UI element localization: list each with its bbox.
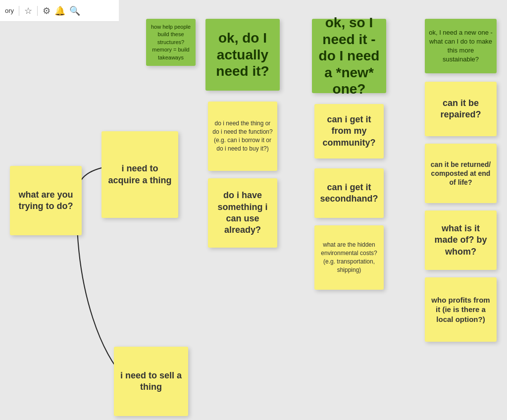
bell-icon[interactable]: 🔔 [54, 5, 65, 16]
note-made-of[interactable]: what is it made of? by whom? [425, 210, 497, 270]
note-new-sustainable[interactable]: ok, I need a new one - what can I do to … [425, 19, 497, 73]
note-do-actually-need[interactable]: ok, do I actually need it? [205, 19, 280, 91]
note-secondhand[interactable]: can i get it secondhand? [314, 168, 384, 218]
nav-separator2 [37, 6, 38, 16]
note-community[interactable]: can i get it from my community? [314, 104, 384, 158]
search-icon[interactable]: 🔍 [69, 5, 80, 16]
note-thing-or-function[interactable]: do i need the thing or do i need the fun… [208, 102, 277, 171]
note-who-profits[interactable]: who profits from it (ie is there a local… [425, 277, 497, 342]
gear-icon[interactable]: ⚙ [43, 5, 51, 16]
note-acquire[interactable]: i need to acquire a thing [101, 131, 178, 218]
note-what-trying[interactable]: what are you trying to do? [10, 166, 82, 235]
note-need-new[interactable]: ok, so I need it - do I need a *new* one… [312, 19, 386, 93]
canvas: ory ☆ ⚙ 🔔 🔍 what are you trying to do? i… [0, 0, 507, 420]
nav-separator [19, 6, 19, 16]
note-returned-composted[interactable]: can it be returned/ composted at end of … [425, 144, 497, 203]
note-hidden-env[interactable]: what are the hidden environmental costs?… [314, 225, 384, 290]
note-repaired[interactable]: can it be repaired? [425, 82, 497, 136]
star-icon[interactable]: ☆ [24, 5, 32, 16]
nav-title: ory [5, 7, 14, 14]
note-sell[interactable]: i need to sell a thing [114, 347, 188, 416]
note-how-help[interactable]: how help people build these structures? … [146, 19, 196, 66]
nav-bar: ory ☆ ⚙ 🔔 🔍 [0, 0, 119, 22]
note-have-something[interactable]: do i have something i can use already? [208, 178, 277, 248]
